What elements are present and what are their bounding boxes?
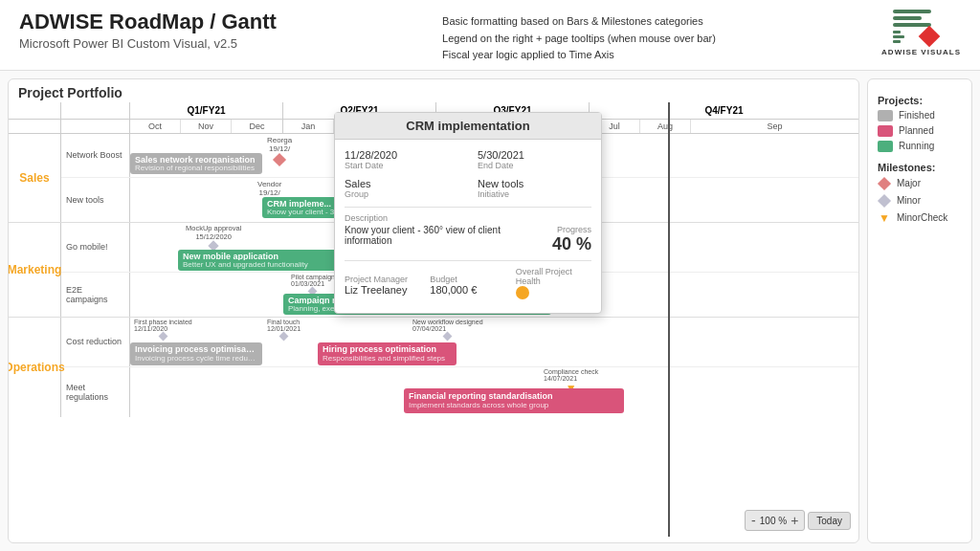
legend-milestones-title: Milestones: — [878, 162, 962, 173]
legend-running-label: Running — [899, 141, 934, 151]
ops-row-regs: Meet regulations Compliance check14/07/2… — [61, 367, 858, 417]
minorcheck-icon: ▼ — [878, 211, 891, 225]
month-aug: Aug — [640, 120, 691, 133]
firstphase-milestone: First phase inciated12/11/2020 — [134, 319, 192, 341]
legend-major: Major — [878, 177, 962, 190]
popup-dates-row: 11/28/2020 Start Date 5/30/2021 End Date — [345, 149, 591, 170]
popup-initiative-value: New tools — [478, 178, 591, 189]
zoom-value: 100 % — [760, 516, 787, 526]
major-diamond-icon — [878, 177, 891, 190]
ops-timeline-regs: Compliance check14/07/2021 ▼ Financial r… — [130, 367, 858, 417]
legend-running: Running — [878, 141, 962, 152]
logo-text: ADWISE VISUALS — [881, 48, 961, 56]
health-dot-icon — [516, 286, 529, 299]
legend-planned: Planned — [878, 125, 962, 137]
popup-end-label: End Date — [478, 161, 591, 170]
bar-subtitle-network: Revision of regional responsibilities — [135, 164, 257, 172]
group-col-header — [9, 102, 61, 119]
logo-lines — [893, 10, 950, 27]
popup-health-field: Overall Project Health — [516, 267, 591, 303]
ops-bar-hiring[interactable]: Hiring process optimisation Responsibili… — [318, 342, 457, 365]
popup-initiative-field: New tools Initiative — [478, 178, 591, 199]
bar-title-network: Sales network reorganisation — [135, 155, 257, 164]
legend-minor: Minor — [878, 194, 962, 208]
legend-minorcheck: ▼ MinorCheck — [878, 211, 962, 225]
popup-pm-label: Project Manager — [345, 275, 420, 284]
ops-bar-invoicing[interactable]: Invoicing process optimisation Invoicing… — [130, 342, 262, 365]
logo-line-1 — [893, 10, 931, 13]
chart-area: Project Portfolio Q1/FY21 Q2/FY21 Q3/FY2… — [8, 78, 859, 543]
sales-sublabel-network: Network Boost — [61, 134, 130, 177]
popup-health-label: Overall Project Health — [516, 267, 591, 286]
sales-milestone-reorga: Reorga19/12/ — [267, 136, 292, 166]
feature-2: Legend on the right + page tooltips (whe… — [442, 31, 716, 48]
popup-title: CRM implementation — [335, 113, 601, 140]
gantt-chart: Q1/FY21 Q2/FY21 Q3/FY21 Q4/FY21 Oct Nov … — [9, 102, 858, 537]
popup-pm-value: Liz Treelaney — [345, 284, 420, 296]
ops-sublabel-regs: Meet regulations — [61, 367, 130, 417]
sales-bar-network[interactable]: Sales network reorganisation Revision of… — [130, 153, 262, 174]
popup-desc-text: Know your client - 360° view of client i… — [345, 225, 543, 254]
month-nov: Nov — [181, 120, 232, 133]
content-area: Project Portfolio Q1/FY21 Q2/FY21 Q3/FY2… — [0, 71, 980, 551]
finaltouch-diamond-icon — [279, 331, 289, 341]
ops-bar-financial[interactable]: Financial reporting standardisation Impl… — [404, 388, 624, 413]
today-button[interactable]: Today — [808, 512, 851, 530]
sales-group-label: Sales — [9, 134, 61, 222]
popup-body: 11/28/2020 Start Date 5/30/2021 End Date… — [335, 140, 601, 313]
popup-divider-1 — [345, 207, 591, 208]
newworkflow-diamond-icon — [443, 331, 453, 341]
logo-icon-row — [893, 29, 950, 44]
popup-start-label: Start Date — [345, 161, 458, 170]
bar-subtitle-financial: Implement standards across whole group — [409, 401, 619, 409]
reorga-diamond-icon — [273, 153, 286, 166]
bar-title-financial: Financial reporting standardisation — [409, 391, 619, 401]
popup-pm-field: Project Manager Liz Treelaney — [345, 275, 420, 296]
major-icon-wrapper — [878, 177, 891, 190]
app-subtitle: Microsoft Power BI Custom Visual, v2.5 — [19, 36, 277, 51]
newworkflow-milestone: New workflow designed07/04/2021 — [412, 319, 483, 341]
popup-desc-row: Know your client - 360° view of client i… — [345, 225, 591, 254]
header-left: ADWISE RoadMap / Gantt Microsoft Power B… — [19, 10, 277, 51]
month-dec: Dec — [232, 120, 283, 133]
sales-sublabel-newtools: New tools — [61, 178, 130, 222]
crm-popup: CRM implementation 11/28/2020 Start Date… — [334, 112, 602, 314]
finaltou-milestone: Final touch12/01/2021 — [267, 319, 301, 341]
month-oct: Oct — [130, 120, 181, 133]
popup-initiative-label: Initiative — [478, 189, 591, 199]
legend: Projects: Finished Planned Running Miles… — [867, 78, 972, 543]
feature-1: Basic formatting based on Bars & Milesto… — [442, 13, 716, 31]
popup-divider-2 — [345, 260, 591, 261]
operations-rows: Cost reduction First phase inciated12/11… — [61, 318, 858, 417]
quarter-q4: Q4/FY21 — [590, 102, 858, 119]
sub-col-month — [61, 120, 130, 133]
zoom-controls: - 100 % + Today — [745, 510, 851, 531]
vendor-label: Vendor19/12/ — [257, 180, 281, 197]
ops-sublabel-cost: Cost reduction — [61, 318, 130, 366]
legend-finished-label: Finished — [899, 110, 935, 121]
legend-minor-label: Minor — [897, 195, 921, 206]
reorga-label: Reorga19/12/ — [267, 136, 292, 153]
firstphase-diamond-icon — [158, 331, 167, 341]
logo-bars — [893, 31, 904, 43]
legend-projects-title: Projects: — [878, 95, 962, 106]
popup-progress-block: Progress 40 % — [552, 225, 591, 254]
popup-desc-label: Description — [345, 213, 591, 223]
zoom-plus-button[interactable]: + — [791, 513, 798, 528]
legend-major-label: Major — [897, 178, 921, 188]
feature-3: Fiscal year logic applied to Time Axis — [442, 47, 716, 64]
ops-row-cost: Cost reduction First phase inciated12/11… — [61, 318, 858, 367]
minor-diamond-icon — [878, 194, 891, 208]
logo-line-2 — [893, 16, 922, 20]
minor-icon-wrapper — [878, 194, 891, 208]
ops-timeline-cost: First phase inciated12/11/2020 Final tou… — [130, 318, 858, 366]
mockup-milestone: MockUp approval15/12/2020 — [186, 224, 241, 251]
operations-group-label: Operations — [9, 318, 61, 417]
operations-section: Operations Cost reduction First phase in… — [9, 318, 858, 417]
adwise-logo — [893, 10, 950, 48]
zoom-minus-button[interactable]: - — [751, 513, 756, 528]
chart-title: Project Portfolio — [9, 79, 858, 102]
popup-bottom-row: Project Manager Liz Treelaney Budget 180… — [345, 267, 591, 303]
header: ADWISE RoadMap / Gantt Microsoft Power B… — [0, 0, 980, 71]
bar-subtitle-invoicing: Invoicing process cycle time reduction — [135, 354, 257, 363]
